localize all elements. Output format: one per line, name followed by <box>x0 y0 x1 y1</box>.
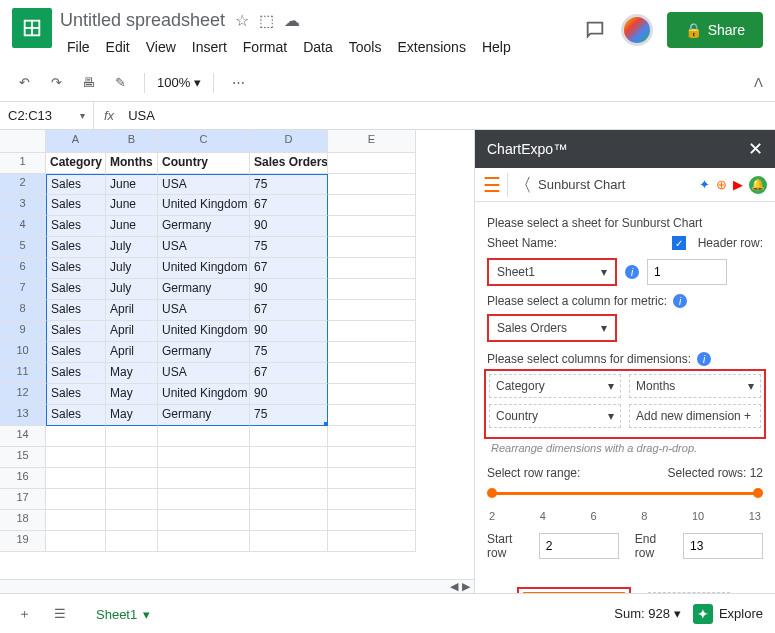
menu-insert[interactable]: Insert <box>185 35 234 59</box>
collapse-toolbar-icon[interactable]: ᐱ <box>754 75 763 90</box>
cell[interactable]: Germany <box>158 279 250 300</box>
cell[interactable]: United Kingdom <box>158 321 250 342</box>
horizontal-scrollbar[interactable]: ◀ ▶ <box>0 579 474 593</box>
menu-extensions[interactable]: Extensions <box>390 35 472 59</box>
cell[interactable]: United Kingdom <box>158 384 250 405</box>
start-row-input[interactable] <box>539 533 619 559</box>
row-header[interactable]: 19 <box>0 531 46 552</box>
menu-tools[interactable]: Tools <box>342 35 389 59</box>
sheet-tab[interactable]: Sheet1 ▾ <box>84 599 162 628</box>
cell[interactable]: April <box>106 300 158 321</box>
print-icon[interactable]: 🖶 <box>76 71 100 95</box>
cell[interactable]: 75 <box>250 405 328 426</box>
cell[interactable] <box>328 153 416 174</box>
cell[interactable]: July <box>106 279 158 300</box>
cell[interactable]: Germany <box>158 342 250 363</box>
all-sheets-button[interactable]: ☰ <box>48 602 72 626</box>
row-header[interactable]: 14 <box>0 426 46 447</box>
cell[interactable] <box>250 489 328 510</box>
menu-format[interactable]: Format <box>236 35 294 59</box>
row-header[interactable]: 13 <box>0 405 46 426</box>
menu-help[interactable]: Help <box>475 35 518 59</box>
cell[interactable]: 75 <box>250 342 328 363</box>
star-icon[interactable]: ☆ <box>235 11 249 30</box>
cell[interactable]: Category <box>46 153 106 174</box>
cell[interactable]: 90 <box>250 321 328 342</box>
scroll-right-icon[interactable]: ▶ <box>462 580 470 593</box>
account-avatar[interactable] <box>621 14 653 46</box>
cell[interactable] <box>158 468 250 489</box>
add-chart-icon[interactable]: ⊕ <box>716 177 727 192</box>
cell[interactable]: June <box>106 216 158 237</box>
cell[interactable]: July <box>106 258 158 279</box>
cell[interactable]: Sales <box>46 216 106 237</box>
cell[interactable] <box>250 510 328 531</box>
row-header[interactable]: 18 <box>0 510 46 531</box>
row-header[interactable]: 1 <box>0 153 46 174</box>
cell[interactable]: USA <box>158 237 250 258</box>
info-icon[interactable]: i <box>625 265 639 279</box>
cell[interactable]: Sales <box>46 363 106 384</box>
cell[interactable]: United Kingdom <box>158 258 250 279</box>
youtube-icon[interactable]: ▶ <box>733 177 743 192</box>
cell[interactable]: Country <box>158 153 250 174</box>
cell[interactable]: Months <box>106 153 158 174</box>
cell[interactable]: 75 <box>250 174 328 195</box>
cell[interactable] <box>328 489 416 510</box>
row-header[interactable]: 9 <box>0 321 46 342</box>
cell[interactable]: 67 <box>250 195 328 216</box>
cell[interactable] <box>328 531 416 552</box>
cell[interactable] <box>250 531 328 552</box>
row-header[interactable]: 10 <box>0 342 46 363</box>
header-row-checkbox[interactable]: ✓ <box>672 236 686 250</box>
menu-data[interactable]: Data <box>296 35 340 59</box>
row-header[interactable]: 5 <box>0 237 46 258</box>
row-range-slider[interactable] <box>491 484 759 504</box>
zoom-selector[interactable]: 100% ▾ <box>157 75 201 90</box>
cell[interactable]: USA <box>158 363 250 384</box>
end-row-input[interactable] <box>683 533 763 559</box>
cell[interactable] <box>328 300 416 321</box>
back-icon[interactable]: 〈 <box>507 173 532 197</box>
row-header[interactable]: 11 <box>0 363 46 384</box>
cell[interactable]: Sales <box>46 342 106 363</box>
cell[interactable] <box>328 447 416 468</box>
cell[interactable]: 75 <box>250 237 328 258</box>
column-header[interactable]: A <box>46 130 106 153</box>
cell[interactable] <box>46 531 106 552</box>
cell[interactable] <box>46 468 106 489</box>
cell[interactable] <box>328 237 416 258</box>
dimension-2-select[interactable]: Months▾ <box>629 374 761 398</box>
wand-icon[interactable]: ✦ <box>699 177 710 192</box>
cell[interactable] <box>46 489 106 510</box>
cell[interactable]: Sales <box>46 405 106 426</box>
menu-file[interactable]: File <box>60 35 97 59</box>
scroll-left-icon[interactable]: ◀ <box>450 580 458 593</box>
quicksum-display[interactable]: Sum: 928 ▾ <box>614 606 681 621</box>
cell[interactable] <box>46 447 106 468</box>
cell[interactable] <box>106 447 158 468</box>
move-icon[interactable]: ⬚ <box>259 11 274 30</box>
cell[interactable] <box>158 531 250 552</box>
cell[interactable] <box>250 426 328 447</box>
cell[interactable] <box>158 489 250 510</box>
cell[interactable] <box>328 216 416 237</box>
cell[interactable]: Sales <box>46 174 106 195</box>
menu-view[interactable]: View <box>139 35 183 59</box>
column-header[interactable]: C <box>158 130 250 153</box>
name-box[interactable]: C2:C13 ▾ <box>0 102 94 129</box>
cell[interactable] <box>106 531 158 552</box>
row-header[interactable]: 3 <box>0 195 46 216</box>
cell[interactable] <box>328 405 416 426</box>
cell[interactable] <box>328 321 416 342</box>
cell[interactable]: 90 <box>250 279 328 300</box>
row-header[interactable]: 17 <box>0 489 46 510</box>
row-header[interactable]: 4 <box>0 216 46 237</box>
cell[interactable]: 67 <box>250 300 328 321</box>
cell[interactable] <box>158 447 250 468</box>
cell[interactable]: May <box>106 363 158 384</box>
cell[interactable] <box>328 279 416 300</box>
cell[interactable]: 67 <box>250 258 328 279</box>
cell[interactable] <box>106 489 158 510</box>
cell[interactable]: 90 <box>250 384 328 405</box>
